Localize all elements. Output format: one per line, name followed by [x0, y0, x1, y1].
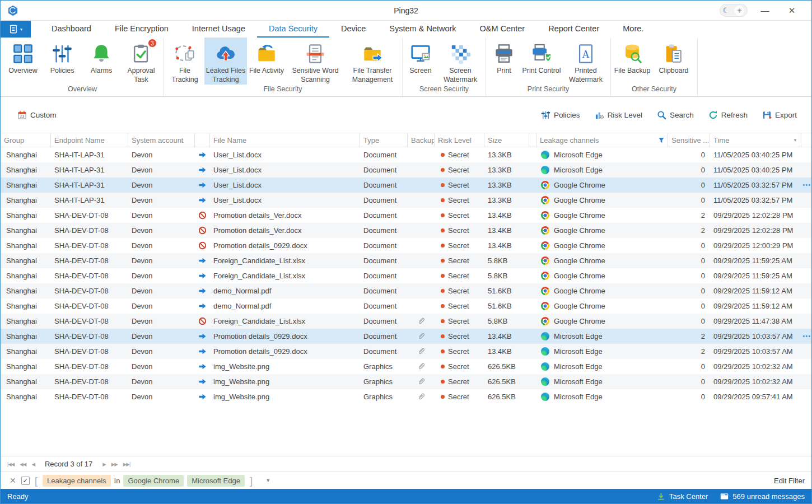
- task-center-button[interactable]: Task Center: [657, 492, 708, 501]
- table-row[interactable]: ShanghaiSHA-DEV-DT-08DevonPromotion deta…: [1, 344, 811, 359]
- tab-device[interactable]: Device: [329, 21, 377, 38]
- ribbon-file-tracking-button[interactable]: File Tracking: [165, 38, 204, 85]
- edit-filter-button[interactable]: Edit Filter: [774, 477, 805, 485]
- column-header-sensitive[interactable]: Sensitive ...: [668, 133, 710, 147]
- table-row[interactable]: ShanghaiSHA-DEV-DT-08Devonimg_Website.pn…: [1, 389, 811, 404]
- cell-leakage-channel: Google Chrome: [536, 193, 668, 208]
- refresh-button[interactable]: Refresh: [708, 110, 748, 120]
- ribbon-policies-button[interactable]: Policies: [43, 38, 82, 85]
- column-header-group[interactable]: Group: [1, 133, 51, 147]
- column-header-file-icon[interactable]: [195, 133, 210, 147]
- filter-enabled-checkbox[interactable]: ✓: [21, 477, 30, 485]
- filter-icon[interactable]: [659, 137, 664, 143]
- column-header-size[interactable]: Size: [484, 133, 529, 147]
- ribbon-file-backup-button[interactable]: File Backup: [613, 38, 652, 85]
- prev-group-button[interactable]: ◀◀: [20, 461, 26, 467]
- tab-more[interactable]: More.: [611, 21, 655, 38]
- next-group-button[interactable]: ▶▶: [111, 461, 118, 467]
- table-row[interactable]: ShanghaiSHA-DEV-DT-08Devondemo_Normal.pd…: [1, 298, 811, 314]
- table-row[interactable]: ShanghaiSHA-DEV-DT-08Devonimg_Website.pn…: [1, 374, 811, 389]
- table-row[interactable]: ShanghaiSHA-IT-LAP-31DevonUser_List.docx…: [1, 193, 811, 208]
- table-row[interactable]: ShanghaiSHA-IT-LAP-31DevonUser_List.docx…: [1, 147, 811, 162]
- table-row[interactable]: ShanghaiSHA-DEV-DT-08DevonForeign_Candid…: [1, 268, 811, 283]
- moon-icon[interactable]: ☾: [723, 7, 730, 14]
- table-row[interactable]: ShanghaiSHA-DEV-DT-08Devonimg_Website.pn…: [1, 359, 811, 374]
- ribbon-leaked-files-tracking-button[interactable]: Leaked Files Tracking: [204, 38, 247, 85]
- cell-risk-level: Secret: [435, 389, 484, 404]
- tab-data-security[interactable]: Data Security: [257, 21, 329, 38]
- ribbon-screen-watermark-button[interactable]: Screen Watermark: [437, 38, 484, 85]
- custom-date-button[interactable]: 23 Custom: [17, 110, 57, 120]
- ribbon-sensitive-word-scanning-button[interactable]: Sensitive Word Scanning: [286, 38, 344, 85]
- column-header-time[interactable]: Time▼: [710, 133, 801, 147]
- table-row[interactable]: ShanghaiSHA-DEV-DT-08DevonPromotion deta…: [1, 238, 811, 253]
- ribbon-alarms-button[interactable]: Alarms: [82, 38, 121, 85]
- cell-spacer: [529, 268, 536, 283]
- first-page-button[interactable]: |◀◀: [7, 461, 14, 467]
- minimize-button[interactable]: —: [755, 6, 774, 15]
- cell-actions[interactable]: •••: [801, 178, 812, 193]
- cell-group: Shanghai: [1, 162, 51, 178]
- column-header-backup[interactable]: Backup: [408, 133, 435, 147]
- ribbon-print-control-button[interactable]: Print Control: [520, 38, 563, 85]
- ribbon-clipboard-button[interactable]: Clipboard: [652, 38, 696, 85]
- unread-messages-button[interactable]: 569 unread messages: [720, 492, 805, 501]
- prev-page-button[interactable]: ◀: [31, 461, 35, 467]
- risk-level-button[interactable]: Risk Level: [595, 110, 642, 120]
- cell-actions[interactable]: •••: [801, 329, 812, 344]
- ribbon-file-transfer-management-button[interactable]: File Transfer Management: [344, 38, 400, 85]
- column-header-spacer[interactable]: [529, 133, 536, 147]
- sun-icon[interactable]: ☀: [734, 6, 744, 16]
- table-row[interactable]: ShanghaiSHA-DEV-DT-08DevonForeign_Candid…: [1, 253, 811, 268]
- table-row[interactable]: ShanghaiSHA-DEV-DT-08DevonPromotion deta…: [1, 329, 811, 344]
- cell-leakage-channel: Google Chrome: [536, 178, 668, 193]
- search-button[interactable]: Search: [657, 110, 694, 120]
- column-header-system-account[interactable]: System account: [128, 133, 195, 147]
- table-row[interactable]: ShanghaiSHA-DEV-DT-08DevonPromotion deta…: [1, 208, 811, 223]
- export-button[interactable]: Export: [762, 110, 797, 120]
- last-page-button[interactable]: ▶▶|: [123, 461, 130, 467]
- tab-om-center[interactable]: O&M Center: [468, 21, 537, 38]
- ribbon-file-activity-button[interactable]: File Activity: [247, 38, 286, 85]
- remove-filter-button[interactable]: ✕: [10, 476, 16, 485]
- filter-dropdown-icon[interactable]: ▼: [265, 478, 270, 483]
- cell-endpoint-name: SHA-DEV-DT-08: [51, 223, 128, 238]
- cell-risk-level: Secret: [435, 374, 484, 389]
- table-row[interactable]: ShanghaiSHA-IT-LAP-31DevonUser_List.docx…: [1, 162, 811, 178]
- row-actions-button[interactable]: •••: [802, 182, 811, 188]
- cell-system-account: Devon: [128, 298, 195, 314]
- ribbon-overview-button[interactable]: Overview: [3, 38, 43, 85]
- table-row[interactable]: ShanghaiSHA-DEV-DT-08Devondemo_Normal.pd…: [1, 283, 811, 298]
- column-header-type[interactable]: Type: [360, 133, 408, 147]
- column-header-leakage-channels[interactable]: Leakage channels: [536, 133, 668, 147]
- tab-internet-usage[interactable]: Internet Usage: [180, 21, 257, 38]
- filter-value-chip[interactable]: Google Chrome: [123, 475, 184, 487]
- tab-file-encryption[interactable]: File Encryption: [103, 21, 180, 38]
- tab-system-network[interactable]: System & Network: [377, 21, 468, 38]
- tab-dashboard[interactable]: Dashboard: [40, 21, 103, 38]
- tab-report-center[interactable]: Report Center: [536, 21, 611, 38]
- filter-operator[interactable]: In: [114, 477, 120, 485]
- ribbon-screen-button[interactable]: Screen: [404, 38, 437, 85]
- row-actions-button[interactable]: •••: [802, 333, 811, 339]
- cell-risk-level: Secret: [435, 238, 484, 253]
- policies-button[interactable]: Policies: [541, 110, 580, 120]
- ribbon-print-button[interactable]: Print: [488, 38, 520, 85]
- column-header-file-name[interactable]: File Name: [210, 133, 360, 147]
- column-header-endpoint-name[interactable]: Endpoint Name: [51, 133, 128, 147]
- table-row[interactable]: ShanghaiSHA-DEV-DT-08DevonForeign_Candid…: [1, 314, 811, 329]
- ribbon-approval-task-button[interactable]: 3 Approval Task: [121, 38, 161, 85]
- filter-value-chip[interactable]: Microsoft Edge: [187, 475, 245, 487]
- ribbon-group-label: Other Security: [613, 85, 696, 96]
- next-page-button[interactable]: ▶: [102, 461, 106, 467]
- caret-down-icon[interactable]: ▼: [793, 138, 797, 143]
- close-button[interactable]: ✕: [782, 6, 801, 16]
- filter-field-chip[interactable]: Leakage channels: [43, 475, 111, 487]
- table-row[interactable]: ShanghaiSHA-IT-LAP-31DevonUser_List.docx…: [1, 178, 811, 193]
- column-header-risk-level[interactable]: Risk Level: [435, 133, 484, 147]
- cell-type: Document: [360, 329, 408, 344]
- theme-toggle[interactable]: ☾ ☀: [720, 4, 748, 17]
- app-menu-button[interactable]: ▾: [1, 21, 31, 38]
- table-row[interactable]: ShanghaiSHA-DEV-DT-08DevonPromotion deta…: [1, 223, 811, 238]
- ribbon-printed-watermark-button[interactable]: A Printed Watermark: [563, 38, 609, 85]
